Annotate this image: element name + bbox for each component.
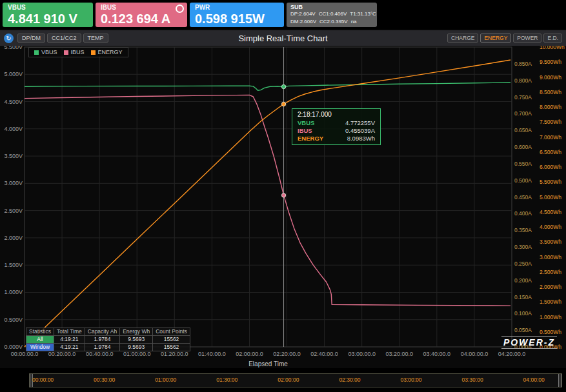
x-tick-label: 04:20:00.0 xyxy=(498,351,526,357)
energy-tick-label: 1.500Wh xyxy=(540,299,561,305)
stats-all-capacity: 1.9784 xyxy=(85,336,119,344)
ibus-swatch-icon xyxy=(64,50,68,55)
cursor-marker-ibus xyxy=(281,193,285,197)
tooltip-row-energy: ENERGY8.0983Wh xyxy=(298,135,375,142)
x-tick-label: 04:00:00.0 xyxy=(461,351,489,357)
current-tick-label: 0.650A xyxy=(514,127,532,133)
series-vbus xyxy=(25,83,510,90)
stats-window-capacity: 1.9784 xyxy=(85,344,119,351)
current-tick-label: 0.850A xyxy=(514,61,532,67)
cursor-marker-vbus xyxy=(281,84,285,88)
chart-navigator[interactable]: 00:00:0000:30:0001:00:0001:30:0002:00:00… xyxy=(29,373,562,387)
energy-tick-label: 8.500Wh xyxy=(540,89,561,95)
chart-area[interactable]: 00:00:00.000:20:00.000:40:00.001:00:00.0… xyxy=(0,46,566,368)
stats-header: Count Points xyxy=(153,328,190,336)
current-tick-label: 0.800A xyxy=(514,77,532,84)
cc2-voltage: CC2:0.395V xyxy=(319,19,348,24)
tab-energy[interactable]: ENERGY xyxy=(480,34,511,43)
voltage-tick-label: 4.500V xyxy=(4,99,23,105)
legend-vbus-label: VBUS xyxy=(41,49,57,55)
tab-charge[interactable]: CHARGE xyxy=(447,34,478,43)
voltage-tick-label: 5.500V xyxy=(4,46,23,50)
tab-power[interactable]: POWER xyxy=(513,34,541,43)
stats-header: Capacity Ah xyxy=(85,328,119,336)
stats-all-energy: 9.5693 xyxy=(120,336,153,344)
legend-item-ibus[interactable]: IBUS xyxy=(64,49,85,55)
stats-all-name[interactable]: All xyxy=(26,336,54,344)
energy-tick-label: 1.000Wh xyxy=(540,314,561,320)
navigator-time-label: 03:30:00 xyxy=(462,377,483,383)
sub-line-1: DP:2.604VCC1:0.406VT1:31.13°C xyxy=(290,10,373,18)
cursor-marker-energy xyxy=(281,102,285,106)
navigator-time-label: 00:30:00 xyxy=(94,377,115,383)
vbus-swatch-icon xyxy=(34,50,39,55)
tooltip-ibus-label: IBUS xyxy=(298,127,312,135)
cursor-tooltip: 2:18:17.000 VBUS4.772255V IBUS0.455039A … xyxy=(292,108,381,145)
tooltip-energy-value: 8.0983Wh xyxy=(347,135,375,142)
pwr-value: 0.598 915W xyxy=(195,12,279,26)
ibus-label: IBUS xyxy=(101,4,182,12)
current-tick-label: 0.750A xyxy=(514,94,532,101)
tooltip-row-ibus: IBUS0.455039A xyxy=(298,127,375,135)
current-tick-label: 0.150A xyxy=(514,294,532,300)
sub-meter: SUB DP:2.604VCC1:0.406VT1:31.13°C DM:2.6… xyxy=(287,3,377,27)
legend-energy-label: ENERGY xyxy=(98,49,123,55)
series-ibus xyxy=(25,95,510,306)
tooltip-energy-label: ENERGY xyxy=(298,135,323,142)
current-tick-label: 0.700A xyxy=(514,110,532,117)
current-tick-label: 0.550A xyxy=(514,161,532,167)
x-tick-label: 01:20:00.0 xyxy=(161,351,188,357)
power-z-logo: POWER-Z xyxy=(501,336,557,349)
plot-border xyxy=(25,47,512,347)
voltage-tick-label: 2.000V xyxy=(4,235,23,241)
energy-tick-label: 3.000Wh xyxy=(540,254,561,260)
current-tick-label: 0.100A xyxy=(514,310,532,317)
meter-bar: VBUS 4.841 910 V IBUS 0.123 694 A PWR 0.… xyxy=(0,0,566,30)
ibus-range-icon[interactable] xyxy=(176,5,184,13)
energy-tick-label: 2.000Wh xyxy=(540,284,561,290)
x-tick-label: 00:00:00.0 xyxy=(11,351,39,357)
voltage-tick-label: 4.000V xyxy=(4,126,23,132)
navigator-time-label: 02:30:00 xyxy=(339,377,360,383)
x-tick-label: 03:20:00.0 xyxy=(385,351,413,357)
t1-temperature: T1:31.13°C xyxy=(350,11,376,17)
current-tick-label: 0.250A xyxy=(514,260,532,267)
energy-tick-label: 10.000Wh xyxy=(540,46,565,50)
app-window: VBUS 4.841 910 V IBUS 0.123 694 A PWR 0.… xyxy=(0,0,566,392)
stats-table: Statistics Total Time Capacity Ah Energy… xyxy=(26,328,190,351)
energy-tick-label: 4.000Wh xyxy=(540,224,561,230)
t2-temperature: na xyxy=(351,19,357,24)
legend-item-vbus[interactable]: VBUS xyxy=(34,49,57,55)
current-tick-label: 0.500A xyxy=(514,177,532,184)
tab-dpdm[interactable]: DP/DM xyxy=(17,34,45,43)
energy-tick-label: 0.500Wh xyxy=(540,329,561,335)
tooltip-ibus-value: 0.455039A xyxy=(345,127,375,135)
x-tick-label: 02:00:00.0 xyxy=(236,351,263,357)
legend-item-energy[interactable]: ENERGY xyxy=(91,49,123,55)
energy-tick-label: 5.500Wh xyxy=(540,179,561,185)
vbus-value: 4.841 910 V xyxy=(8,12,88,26)
pwr-label: PWR xyxy=(195,4,279,12)
stats-window-name[interactable]: Window xyxy=(26,344,54,351)
tab-cc1cc2[interactable]: CC1/CC2 xyxy=(47,34,81,43)
stats-all-total-time: 4:19:21 xyxy=(54,336,85,344)
tab-temp[interactable]: TEMP xyxy=(83,34,108,43)
navigator-time-label: 01:30:00 xyxy=(216,377,238,383)
current-tick-label: 0.400A xyxy=(514,210,532,217)
navigator-handle-right[interactable] xyxy=(558,374,561,387)
x-tick-label: 01:00:00.0 xyxy=(123,351,151,357)
voltage-tick-label: 0.000V xyxy=(4,344,23,350)
stats-header: Total Time xyxy=(54,328,85,336)
chart-canvas[interactable]: 00:00:00.000:20:00.000:40:00.001:00:00.0… xyxy=(0,46,566,368)
app-logo-icon[interactable]: ↻ xyxy=(4,34,14,43)
navigator-time-label: 00:00:00 xyxy=(32,377,54,383)
legend-ibus-label: IBUS xyxy=(71,49,85,55)
chart-mode-tabs: CHARGE ENERGY POWER E.D. xyxy=(447,34,562,43)
tab-ed[interactable]: E.D. xyxy=(543,34,562,43)
stats-window-energy: 9.5693 xyxy=(120,344,153,351)
chart-legend: VBUS IBUS ENERGY xyxy=(28,47,128,57)
energy-tick-label: 5.000Wh xyxy=(540,194,561,201)
cc1-voltage: CC1:0.406V xyxy=(319,11,347,17)
x-tick-label: 00:40:00.0 xyxy=(86,351,114,357)
x-tick-label: 00:20:00.0 xyxy=(48,351,76,357)
